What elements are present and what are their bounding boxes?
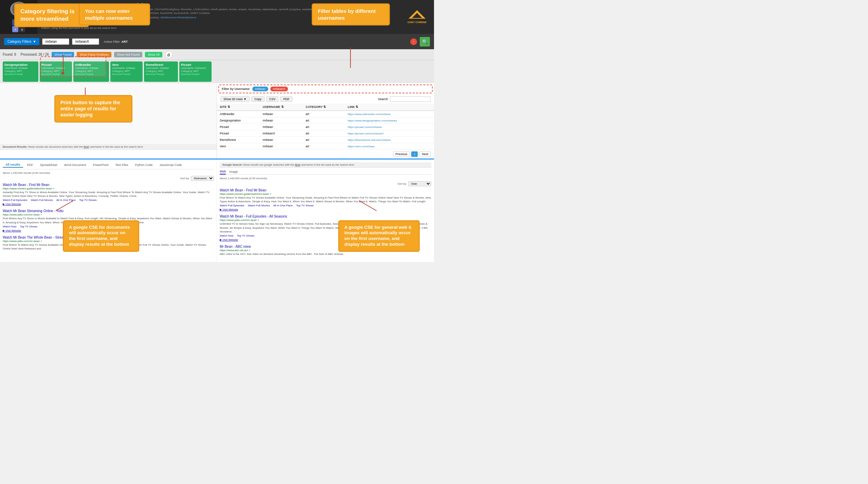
doc-result-1-link-0[interactable]: Watch Now xyxy=(3,225,17,228)
cell-link-2[interactable]: https://picsart.com/u/mrbean xyxy=(345,124,434,130)
cell-username-3: mrbeanX xyxy=(260,130,303,137)
username-input-1[interactable]: mrbean xyxy=(42,38,69,45)
card-0-name: Designspriation xyxy=(4,63,37,67)
link-3[interactable]: https://picsart.com/u/mrbeanX xyxy=(348,132,384,135)
card-3[interactable]: Vero Username: mrbean Category: ART Acco… xyxy=(110,61,143,82)
cell-link-4[interactable]: https://themeforest.net/user/mrbean xyxy=(345,137,434,143)
copy-btn[interactable]: Copy xyxy=(251,96,265,102)
sort-site-icon[interactable]: ⇅ xyxy=(228,105,230,109)
callout-multiple-usernames: You can now enter multiple usernames xyxy=(79,3,150,25)
table-row: Vero mrbean art https://vero.co/mrbean xyxy=(217,143,434,150)
doc-label-highlight: first xyxy=(84,145,89,148)
image-tab[interactable]: Image xyxy=(229,169,238,174)
card-5[interactable]: Picsart Username: mrbeanX Category: ART … xyxy=(179,61,212,82)
cell-username-2: mrbean xyxy=(260,124,303,130)
print-icon: 🖨 xyxy=(167,53,170,57)
sort-category-icon[interactable]: ⇅ xyxy=(323,105,326,109)
print-icon-wrapper[interactable]: 🖨 xyxy=(165,51,173,58)
web-tab[interactable]: Web xyxy=(220,169,226,174)
table-row: ArtBreeder mrbean art https://www.artbre… xyxy=(217,111,434,117)
doc-result-0-link-0[interactable]: Watch Full Episodes xyxy=(3,199,28,202)
cell-link-3[interactable]: https://picsart.com/u/mrbeanX xyxy=(345,130,434,137)
tab-word[interactable]: Word Document xyxy=(61,162,89,168)
show-rows-btn[interactable]: Show 50 rows ▼ xyxy=(220,96,250,102)
tab-text[interactable]: Text Files xyxy=(112,162,131,168)
cell-category-1: art xyxy=(303,117,345,124)
doc-result-0-visit[interactable]: ▶ Visit Website xyxy=(3,203,21,206)
google-result-1-title[interactable]: Watch Mr Bean - Full Episodes - All Seas… xyxy=(220,215,431,218)
col-site: SITE ⇅ xyxy=(217,104,260,111)
tab-pdf[interactable]: PDF xyxy=(24,162,36,168)
doc-sort-dropdown[interactable]: Relevance Date xyxy=(191,176,214,181)
col-username: USERNAME ⇅ xyxy=(260,104,303,111)
prev-page-btn[interactable]: Previous xyxy=(393,151,410,157)
tab-all-results[interactable]: All results xyxy=(3,162,23,168)
sort-link-icon[interactable]: ⇅ xyxy=(356,105,358,109)
cell-category-0: art xyxy=(303,111,345,117)
cell-username-1: mrbean xyxy=(260,117,303,124)
link-5[interactable]: https://vero.co/mrbean xyxy=(348,145,375,148)
google-result-0-link-3[interactable]: Top TV Shows xyxy=(296,204,313,207)
google-sort-bar: Sort by: Date Relevance xyxy=(220,181,431,186)
google-result-0-link-1[interactable]: Watch Full Movies xyxy=(248,204,270,207)
card-4-name: themeforest xyxy=(146,63,176,67)
cell-site-5: Vero xyxy=(217,143,260,150)
doc-result-0-title[interactable]: Watch Mr Bean - Find Mr Bean xyxy=(3,183,214,187)
category-filter-button[interactable]: Category Filters ▼ xyxy=(4,38,39,45)
link-2[interactable]: https://picsart.com/u/mrbean xyxy=(348,126,382,129)
google-result-1-link-1[interactable]: Top TV Shows xyxy=(237,234,254,237)
google-sort-dropdown[interactable]: Date Relevance xyxy=(408,181,431,186)
tab-javascript[interactable]: JavaScript Code xyxy=(157,162,185,168)
next-page-btn[interactable]: Next xyxy=(419,151,431,157)
google-result-0-link-2[interactable]: All In One Place xyxy=(273,204,293,207)
table-search-input[interactable] xyxy=(390,96,431,102)
doc-result-1-url: https://www.yidio.com/mr-bean + xyxy=(3,213,214,216)
google-result-0-url: https://www.movies.guide/watch/mr-bean + xyxy=(220,192,431,196)
sort-username-icon[interactable]: ⇅ xyxy=(281,105,284,109)
username-input-2[interactable]: mrbeanX xyxy=(72,38,99,45)
google-result-1-link-0[interactable]: Watch Now xyxy=(220,234,234,237)
doc-sort-label: Sort by: xyxy=(180,177,189,180)
pdf-btn[interactable]: PDF xyxy=(280,96,292,102)
google-result-0-visit[interactable]: ▶ Visit Website xyxy=(220,208,238,211)
tab-powerpoint[interactable]: PowerPoint xyxy=(90,162,111,168)
username-tab-mrbean[interactable]: mrbean xyxy=(252,87,268,91)
show-all-button[interactable]: Show All xyxy=(145,52,162,57)
cell-site-1: Designspriation xyxy=(217,117,260,124)
google-sort-label: Sort by: xyxy=(397,182,407,185)
card-4[interactable]: themeforest Username: mrbean Category: A… xyxy=(144,61,178,82)
card-3-username: Username: mrbean xyxy=(112,67,141,70)
doc-result-0-link-1[interactable]: Watch Full Movies xyxy=(31,199,53,202)
search-button[interactable]: 🔍 xyxy=(420,37,430,46)
doc-results-meta: About 1,250,000 results (0.80 seconds) xyxy=(3,171,214,174)
doc-result-1-link-1[interactable]: Top TV Shows xyxy=(20,225,37,228)
csv-btn[interactable]: CSV xyxy=(266,96,279,102)
link-4[interactable]: https://themeforest.net/user/mrbean xyxy=(348,138,391,142)
table-controls: Show 50 rows ▼ Copy CSV PDF Search: xyxy=(217,95,434,104)
link-1[interactable]: https://www.designspriation.com/mrbean/ xyxy=(348,119,397,122)
tab-python[interactable]: Python Code xyxy=(132,162,155,168)
doc-result-1-title[interactable]: Watch Mr Bean Streaming Online - Yidio xyxy=(3,209,214,213)
cell-site-0: ArtBreeder xyxy=(217,111,260,117)
tab-spreadsheet[interactable]: Spreadsheet xyxy=(37,162,60,168)
cell-link-5[interactable]: https://vero.co/mrbean xyxy=(345,143,434,150)
cell-link-0[interactable]: https://www.artbreeder.com/mrbean xyxy=(345,111,434,117)
card-3-category: Category: ART xyxy=(112,70,141,73)
show-not-found-button[interactable]: Show Not Found xyxy=(114,52,142,57)
page-1-btn[interactable]: 1 xyxy=(411,151,418,157)
google-result-0-title[interactable]: Watch Mr Bean - Find Mr Bean xyxy=(220,188,431,192)
table-row: Picsart mrbean art https://picsart.com/u… xyxy=(217,124,434,130)
main-container: f t d g to WhatsMyName you to enumerate … xyxy=(0,0,434,262)
callout-web-cse-text: A google CSE for general web & images wi… xyxy=(344,225,412,247)
google-result-0-link-0[interactable]: Watch Full Episodes xyxy=(220,204,245,207)
doc-result-0-link-3[interactable]: Top TV Shows xyxy=(79,199,96,202)
cell-link-1[interactable]: https://www.designspriation.com/mrbean/ xyxy=(345,117,434,124)
google-label-highlight: first xyxy=(295,163,300,166)
google-result-1-visit[interactable]: ▶ Visit Website xyxy=(220,238,238,241)
username-tab-mrbeanX[interactable]: mrbeanX xyxy=(270,87,288,91)
link-0[interactable]: https://www.artbreeder.com/mrbean xyxy=(348,113,391,116)
card-0[interactable]: Designspriation Username: mrbean Categor… xyxy=(3,61,38,82)
source-link[interactable]: WebBreacher/WhatsMyName xyxy=(160,16,196,19)
doc-result-1-visit[interactable]: ▶ Visit Website xyxy=(3,229,21,232)
osint-logo-area: OSINT COMBINE xyxy=(400,0,434,34)
